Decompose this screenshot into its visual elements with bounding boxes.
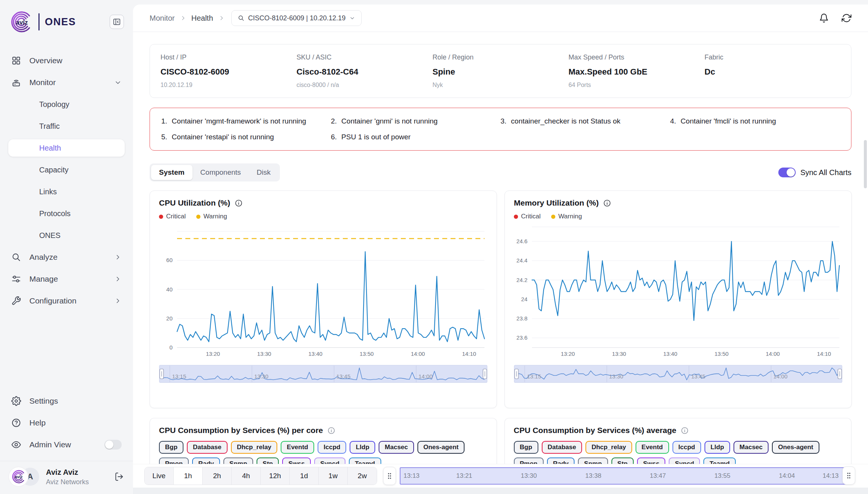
time-range-1d[interactable]: 1d [290,467,319,485]
sidebar-item-traffic[interactable]: Traffic [0,115,133,137]
tab-system[interactable]: System [151,165,193,180]
sidebar-item-capacity[interactable]: Capacity [0,159,133,181]
global-time-bar: Live1h2h4h12h1d1w2w 13:1313:2113:3013:38… [133,464,868,488]
breadcrumb-health[interactable]: Health [191,14,213,23]
info-sub: Nyk [432,81,568,88]
service-chip-lldp[interactable]: Lldp [704,441,730,454]
sidebar-item-ones[interactable]: ONES [0,224,133,246]
timeline-right-handle[interactable] [842,467,855,485]
search-icon [11,252,21,262]
sidebar-item-topology[interactable]: Topology [0,93,133,115]
cpu-chart-brush[interactable]: 13:1513:3013:4514:00 [159,365,487,383]
aviz-logo: aviz [9,10,33,34]
sync-all-charts-label: Sync All Charts [800,168,851,177]
sidebar-item-configuration[interactable]: Configuration [0,290,133,312]
svg-text:24.6: 24.6 [517,238,527,244]
service-chip-bgp[interactable]: Bgp [159,441,183,454]
vertical-scrollbar[interactable] [864,140,867,188]
tab-disk[interactable]: Disk [249,165,278,180]
sidebar-item-health[interactable]: Health [8,139,125,157]
sidebar-item-overview[interactable]: Overview [0,50,133,72]
sync-all-charts-toggle[interactable] [778,168,796,177]
time-range-live[interactable]: Live [145,467,174,485]
breadcrumb-monitor[interactable]: Monitor [150,14,175,23]
legend-critical[interactable]: Critical [514,213,541,220]
sidebar-item-analyze[interactable]: Analyze [0,246,133,268]
memory-chart-brush[interactable]: 13:1513:3013:4514:00 [514,365,842,383]
svg-text:24.2: 24.2 [517,277,527,283]
legend-warning[interactable]: Warning [196,213,227,220]
service-chip-macsec[interactable]: Macsec [734,441,769,454]
service-chip-ones-agent[interactable]: Ones-agent [772,441,819,454]
breadcrumb-separator-icon [219,15,225,21]
sidebar-item-label: Configuration [29,296,76,305]
service-chip-iccpd[interactable]: Iccpd [318,441,346,454]
alert-item: 1.Container 'mgmt-framework' is not runn… [161,117,331,125]
logout-icon[interactable] [114,472,124,482]
brush-left-handle[interactable] [160,369,164,379]
service-chip-iccpd[interactable]: Iccpd [672,441,701,454]
service-chip-lldp[interactable]: Lldp [350,441,375,454]
notifications-bell-icon[interactable] [819,13,829,23]
service-chip-ones-agent[interactable]: Ones-agent [417,441,465,454]
memory-utilization-chart[interactable]: 23.623.82424.224.424.613:2013:3013:4013:… [514,220,842,359]
sidebar-item-settings[interactable]: Settings [0,390,133,412]
sidebar-item-manage[interactable]: Manage [0,268,133,290]
service-chip-eventd[interactable]: Eventd [281,441,314,454]
service-chip-dhcp_relay[interactable]: Dhcp_relay [231,441,278,454]
sidebar-item-links[interactable]: Links [0,181,133,203]
time-range-1w[interactable]: 1w [319,467,348,485]
timeline-slider[interactable]: 13:1313:2113:3013:3813:4713:5514:0414:13 [400,467,851,485]
legend-warning[interactable]: Warning [551,213,582,220]
service-chip-eventd[interactable]: Eventd [636,441,669,454]
time-range-4h[interactable]: 4h [232,467,261,485]
svg-text:40: 40 [166,286,173,293]
sidebar-item-label: Monitor [29,78,56,87]
user-org: Aviz Networks [46,477,89,486]
svg-text:13:50: 13:50 [359,351,374,357]
service-chip-database[interactable]: Database [542,441,582,454]
legend-critical[interactable]: Critical [159,213,186,220]
sidebar-item-protocols[interactable]: Protocols [0,203,133,224]
time-range-12h[interactable]: 12h [261,467,290,485]
brush-right-handle[interactable] [483,369,487,379]
svg-text:14:00: 14:00 [773,373,788,380]
timeline-time-label: 14:13 [822,472,839,480]
warning-dot [551,215,555,219]
brush-right-handle[interactable] [838,369,842,379]
info-icon[interactable] [235,199,243,207]
info-label: Role / Region [432,53,568,62]
card-title: CPU Consumption by Services (%) per core [159,426,323,435]
sidebar-item-label: Settings [29,396,58,406]
info-icon[interactable] [603,199,611,207]
refresh-icon[interactable] [842,13,851,23]
device-selector[interactable]: CISCO-8102-6009 | 10.20.12.19 [231,10,362,26]
service-chip-bgp[interactable]: Bgp [514,441,538,454]
sidebar-item-help[interactable]: Admin View Help [0,412,133,434]
brush-left-handle[interactable] [515,369,518,379]
svg-text:13:30: 13:30 [257,351,271,357]
cpu-utilization-chart[interactable]: 020406013:2013:3013:4013:5014:0014:10 [159,220,487,359]
alert-item: 5.Container 'restapi' is not running [161,133,331,141]
svg-text:23.8: 23.8 [517,315,527,322]
time-range-1h[interactable]: 1h [174,467,203,485]
info-value: Max.Speed 100 GbE [568,67,704,77]
sidebar-nav: Overview Monitor TopologyTrafficHealthCa… [0,50,133,312]
tab-components[interactable]: Components [193,165,249,180]
sidebar-item-monitor[interactable]: Monitor [0,72,133,93]
info-icon[interactable] [327,427,335,435]
logo-divider [38,13,40,30]
info-value: Dc [704,67,840,77]
admin-view-toggle[interactable] [104,440,122,450]
service-chip-macsec[interactable]: Macsec [379,441,414,454]
search-icon [238,15,245,21]
time-range-2h[interactable]: 2h [203,467,232,485]
service-chip-database[interactable]: Database [187,441,228,454]
svg-text:13:15: 13:15 [527,373,541,380]
timeline-left-handle[interactable] [383,467,396,485]
avatar[interactable]: aviz [9,467,28,486]
sidebar-collapse-button[interactable] [110,15,124,29]
service-chip-dhcp_relay[interactable]: Dhcp_relay [585,441,632,454]
info-icon[interactable] [681,427,689,435]
time-range-2w[interactable]: 2w [348,467,377,485]
